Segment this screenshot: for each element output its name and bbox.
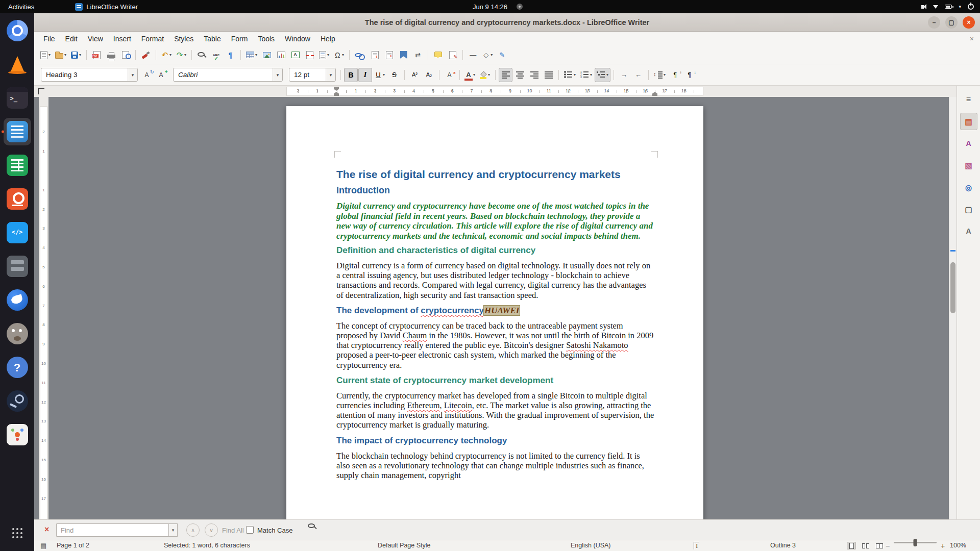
- menu-view[interactable]: View: [83, 33, 108, 45]
- find-and-replace-button[interactable]: [195, 48, 209, 62]
- new-document-button[interactable]: ▾: [38, 48, 53, 62]
- dock-help[interactable]: [4, 354, 31, 381]
- superscript-button[interactable]: A²: [408, 68, 422, 82]
- find-input[interactable]: [56, 523, 168, 537]
- spelling-button[interactable]: ABC: [209, 48, 223, 62]
- sidebar-tab-styles[interactable]: A: [960, 135, 977, 152]
- show-applications-button[interactable]: [4, 519, 31, 547]
- insert-bookmark-button[interactable]: [397, 48, 410, 62]
- system-tray[interactable]: ▾: [921, 4, 974, 10]
- export-pdf-button[interactable]: [90, 48, 104, 62]
- close-find-bar-icon[interactable]: ×: [44, 525, 49, 534]
- underline-button[interactable]: U▾: [373, 68, 387, 82]
- dock-gimp[interactable]: [4, 320, 31, 347]
- selection-count-status[interactable]: Selected: 1 word, 6 characters: [164, 542, 250, 549]
- menu-window[interactable]: Window: [280, 33, 315, 45]
- zoom-slider-thumb[interactable]: [914, 539, 917, 546]
- dropdown-arrow-icon[interactable]: ▾: [606, 72, 608, 77]
- insert-cross-reference-button[interactable]: ⇄: [411, 48, 425, 62]
- maximize-button[interactable]: ▢: [945, 16, 958, 29]
- insert-field-button[interactable]: ▾: [317, 48, 331, 62]
- subscript-button[interactable]: A₂: [422, 68, 436, 82]
- find-next-button[interactable]: ∨: [205, 523, 218, 537]
- sidebar-tab-navigator[interactable]: ◎: [960, 179, 977, 196]
- menu-form[interactable]: Form: [226, 33, 253, 45]
- menu-edit[interactable]: Edit: [60, 33, 83, 45]
- paragraph-style-combo[interactable]: Heading 3 ▾: [41, 68, 138, 82]
- para-space-decrease-button[interactable]: ¶: [682, 68, 696, 82]
- find-all-button[interactable]: Find All: [222, 527, 244, 534]
- new-style-button[interactable]: A: [154, 68, 168, 82]
- para-space-increase-button[interactable]: ¶: [668, 68, 682, 82]
- page-number-status[interactable]: Page 1 of 2: [57, 542, 89, 549]
- menu-help[interactable]: Help: [315, 33, 340, 45]
- paragraph-style-dropdown[interactable]: ▾: [128, 68, 137, 81]
- dropdown-arrow-icon[interactable]: ▾: [169, 53, 172, 57]
- font-name-combo[interactable]: Calibri ▾: [173, 68, 283, 82]
- dock-files[interactable]: [4, 253, 31, 280]
- zoom-in-button[interactable]: +: [941, 542, 945, 550]
- track-changes-button[interactable]: [446, 48, 459, 62]
- dropdown-arrow-icon[interactable]: ▾: [48, 53, 51, 57]
- scrollbar-thumb[interactable]: [950, 262, 955, 313]
- insert-table-button[interactable]: ▾: [244, 48, 259, 62]
- clock[interactable]: Jun 9 14:26: [473, 3, 507, 11]
- strikethrough-button[interactable]: S: [387, 68, 401, 82]
- zoom-out-button[interactable]: −: [886, 542, 890, 550]
- insert-footnote-button[interactable]: [368, 48, 382, 62]
- dropdown-arrow-icon[interactable]: ▾: [342, 53, 344, 57]
- dropdown-arrow-icon[interactable]: ▾: [327, 53, 329, 57]
- menu-styles[interactable]: Styles: [169, 33, 199, 45]
- doc-content[interactable]: The rise of digital currency and cryptoc…: [336, 168, 655, 485]
- align-justify-button[interactable]: [542, 68, 555, 82]
- redo-button[interactable]: ↷▾: [174, 48, 188, 62]
- indent-decrease-button[interactable]: ←: [631, 68, 645, 82]
- font-size-combo[interactable]: 12 pt ▾: [289, 68, 336, 82]
- print-preview-button[interactable]: [118, 48, 132, 62]
- activities-button[interactable]: Activities: [8, 3, 34, 11]
- font-color-button[interactable]: A▾: [463, 68, 477, 82]
- basic-shapes-button[interactable]: ◇▾: [480, 48, 495, 62]
- insert-special-character-button[interactable]: Ω▾: [332, 48, 346, 62]
- zoom-slider[interactable]: [894, 542, 937, 543]
- clear-formatting-button[interactable]: A: [443, 68, 456, 82]
- find-history-dropdown[interactable]: ▾: [168, 523, 178, 537]
- dock-chromium[interactable]: [4, 17, 31, 44]
- italic-button[interactable]: I: [358, 68, 372, 82]
- list-outline-button[interactable]: ▾: [595, 68, 610, 82]
- document-page[interactable]: The rise of digital currency and cryptoc…: [286, 106, 703, 519]
- dropdown-arrow-icon[interactable]: ▾: [590, 72, 592, 77]
- zoom-level[interactable]: 100%: [950, 542, 966, 549]
- dropdown-arrow-icon[interactable]: ▾: [79, 53, 81, 57]
- align-center-button[interactable]: [513, 68, 527, 82]
- dropdown-arrow-icon[interactable]: ▾: [64, 53, 66, 57]
- horizontal-ruler[interactable]: 21123456789101112131415161718: [34, 86, 957, 97]
- align-left-button[interactable]: [499, 68, 512, 82]
- find-and-replace-icon[interactable]: [308, 523, 315, 528]
- show-draw-functions-button[interactable]: ✎: [495, 48, 509, 62]
- undo-button[interactable]: ↶▾: [159, 48, 174, 62]
- dock-impress[interactable]: [4, 185, 31, 213]
- vertical-scrollbar[interactable]: [949, 97, 957, 519]
- sidebar-tab-page[interactable]: ▢: [960, 201, 977, 218]
- dropdown-arrow-icon[interactable]: ▾: [255, 53, 257, 57]
- bold-button[interactable]: B: [344, 68, 358, 82]
- insert-comment-button[interactable]: [431, 48, 445, 62]
- close-document-icon[interactable]: ×: [970, 35, 974, 43]
- dropdown-arrow-icon[interactable]: ▾: [184, 53, 186, 57]
- page-style-status[interactable]: Default Page Style: [378, 542, 431, 549]
- open-button[interactable]: ▾: [53, 48, 68, 62]
- insert-hyperlink-button[interactable]: [353, 48, 368, 62]
- match-case-checkbox[interactable]: [246, 526, 254, 534]
- sidebar-tab-sidebar-menu[interactable]: ≡: [960, 91, 977, 108]
- dropdown-arrow-icon[interactable]: ▾: [664, 72, 666, 77]
- dock-calc[interactable]: [4, 152, 31, 179]
- sidebar-tab-gallery[interactable]: ▧: [960, 157, 977, 174]
- language-status[interactable]: English (USA): [571, 542, 611, 549]
- window-titlebar[interactable]: The rise of digital currency and cryptoc…: [34, 13, 980, 32]
- list-bullet-button[interactable]: ▾: [562, 68, 578, 82]
- clone-formatting-button[interactable]: [139, 48, 153, 62]
- selection-mode-icon[interactable]: I: [694, 542, 699, 549]
- vertical-ruler[interactable]: 211234567891011121314151617: [39, 97, 48, 519]
- menu-tools[interactable]: Tools: [253, 33, 280, 45]
